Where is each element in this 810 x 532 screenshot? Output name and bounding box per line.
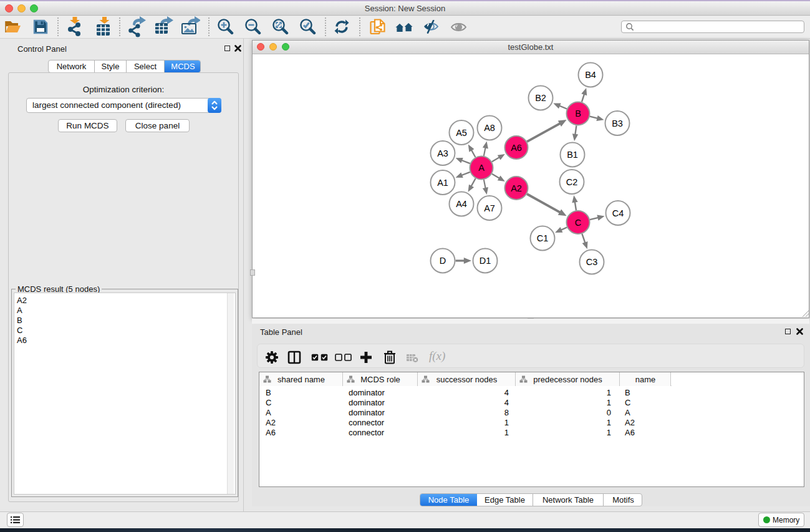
svg-text:A1: A1: [437, 178, 448, 188]
svg-text:C4: C4: [612, 208, 624, 218]
svg-text:A2: A2: [511, 183, 522, 193]
svg-text:A6: A6: [511, 143, 522, 153]
svg-text:A5: A5: [456, 128, 467, 138]
svg-text:B4: B4: [585, 70, 596, 80]
svg-text:A7: A7: [484, 203, 495, 213]
svg-text:B2: B2: [535, 93, 546, 103]
svg-text:D1: D1: [480, 256, 491, 266]
svg-text:A8: A8: [484, 123, 495, 133]
svg-text:C2: C2: [566, 177, 578, 187]
svg-text:A3: A3: [437, 148, 448, 158]
svg-text:C: C: [575, 218, 581, 228]
svg-text:A4: A4: [456, 199, 467, 209]
svg-text:A: A: [478, 163, 485, 173]
svg-text:D: D: [440, 256, 446, 266]
svg-text:C3: C3: [586, 257, 598, 267]
svg-text:B3: B3: [612, 118, 623, 128]
svg-text:C1: C1: [537, 233, 549, 243]
svg-text:B: B: [575, 109, 581, 118]
svg-text:B1: B1: [567, 150, 578, 160]
